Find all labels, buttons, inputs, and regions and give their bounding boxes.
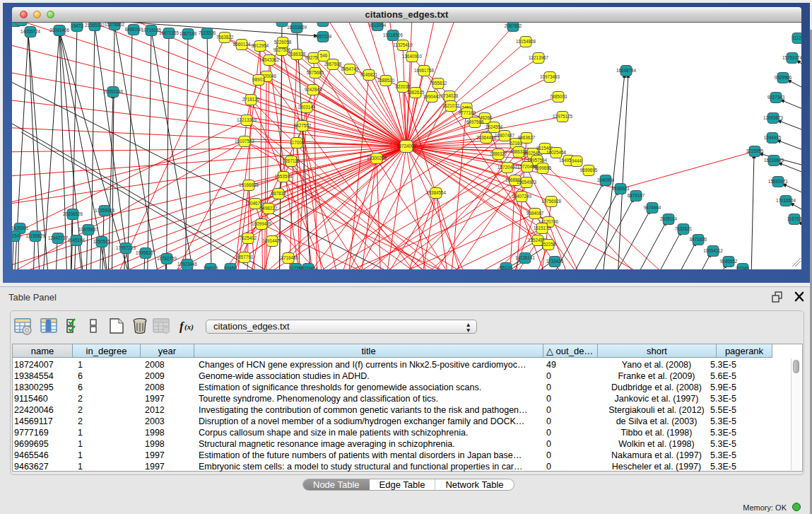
- svg-text:8938923: 8938923: [612, 186, 630, 191]
- svg-text:15692971: 15692971: [768, 179, 789, 184]
- svg-text:9777169: 9777169: [459, 110, 476, 115]
- svg-text:3215955: 3215955: [746, 148, 764, 153]
- svg-text:15720407: 15720407: [498, 165, 518, 170]
- svg-text:19218506: 19218506: [383, 33, 404, 37]
- svg-text:21065322: 21065322: [85, 23, 105, 28]
- svg-text:19958107: 19958107: [136, 250, 156, 255]
- svg-text:2935114: 2935114: [660, 216, 678, 221]
- svg-text:12923446: 12923446: [177, 262, 198, 267]
- svg-text:8454749: 8454749: [341, 66, 359, 71]
- svg-text:14914479: 14914479: [262, 238, 283, 243]
- svg-text:8471626: 8471626: [690, 237, 707, 242]
- svg-text:7386322: 7386322: [490, 151, 507, 156]
- svg-text:10154808: 10154808: [516, 39, 536, 44]
- svg-text:8427552: 8427552: [294, 123, 312, 128]
- svg-text:17359924: 17359924: [95, 208, 115, 213]
- svg-text:11126: 11126: [792, 35, 801, 40]
- svg-text:13640910: 13640910: [402, 54, 423, 59]
- svg-text:19756928: 19756928: [541, 199, 562, 204]
- svg-text:7632621: 7632621: [675, 226, 693, 231]
- svg-text:20091406: 20091406: [49, 28, 70, 33]
- svg-text:7857224: 7857224: [314, 34, 332, 39]
- svg-text:8466160: 8466160: [125, 27, 143, 32]
- svg-text:20053346: 20053346: [103, 89, 124, 94]
- svg-text:2087682: 2087682: [505, 23, 522, 28]
- svg-text:16543362: 16543362: [259, 57, 280, 62]
- svg-text:116304: 116304: [275, 23, 290, 23]
- svg-text:1362615: 1362615: [407, 90, 425, 95]
- svg-text:12093873: 12093873: [763, 115, 784, 120]
- svg-text:(x): (x): [184, 322, 194, 332]
- svg-text:9734028: 9734028: [441, 93, 459, 98]
- svg-text:17016504: 17016504: [776, 198, 796, 203]
- svg-text:16210643: 16210643: [764, 158, 784, 163]
- svg-text:62160: 62160: [510, 141, 522, 146]
- svg-text:9245652: 9245652: [720, 259, 738, 264]
- svg-text:9699695: 9699695: [580, 168, 598, 173]
- svg-text:116753: 116753: [787, 216, 801, 221]
- svg-text:14055724: 14055724: [20, 29, 41, 34]
- svg-text:2967608: 2967608: [324, 62, 342, 66]
- svg-text:20364436: 20364436: [476, 135, 497, 140]
- svg-text:19473: 19473: [71, 23, 83, 28]
- svg-text:252254: 252254: [541, 242, 556, 247]
- svg-text:12942737: 12942737: [48, 235, 69, 240]
- svg-text:2803144: 2803144: [298, 105, 316, 110]
- svg-text:1435001: 1435001: [12, 226, 29, 230]
- svg-text:112543: 112543: [316, 23, 331, 23]
- svg-text:1244415: 1244415: [764, 135, 782, 140]
- svg-text:6879197: 6879197: [628, 193, 645, 198]
- svg-text:16671355: 16671355: [159, 30, 180, 35]
- svg-text:9444: 9444: [572, 158, 582, 163]
- svg-text:17957223: 17957223: [116, 245, 136, 250]
- svg-text:95124: 95124: [500, 265, 512, 269]
- svg-text:1621072: 1621072: [442, 103, 460, 108]
- svg-text:7625402: 7625402: [240, 235, 257, 240]
- svg-text:98901: 98901: [252, 77, 265, 82]
- svg-text:8186328: 8186328: [288, 52, 306, 57]
- svg-text:16033809: 16033809: [287, 25, 307, 30]
- svg-text:8813054: 8813054: [369, 23, 387, 28]
- svg-text:391549: 391549: [12, 233, 22, 238]
- svg-text:1588520: 1588520: [377, 78, 395, 83]
- svg-text:1145194: 1145194: [68, 238, 86, 243]
- svg-text:1250515: 1250515: [93, 239, 111, 244]
- svg-text:15751074: 15751074: [782, 55, 801, 60]
- svg-text:10973493: 10973493: [540, 74, 560, 79]
- svg-text:822035: 822035: [395, 84, 411, 89]
- svg-text:7955812: 7955812: [430, 81, 447, 86]
- svg-text:7515526: 7515526: [199, 30, 216, 35]
- svg-text:18724007: 18724007: [396, 144, 417, 148]
- svg-text:16099489: 16099489: [252, 221, 272, 226]
- svg-text:20206526: 20206526: [63, 211, 83, 216]
- svg-text:19166825: 19166825: [239, 182, 259, 187]
- svg-text:11156829: 11156829: [25, 233, 45, 238]
- svg-text:9857791: 9857791: [236, 255, 254, 259]
- svg-text:19654923: 19654923: [517, 180, 537, 185]
- svg-text:1067198: 1067198: [180, 31, 197, 36]
- svg-text:104523: 104523: [203, 266, 218, 269]
- svg-text:117004: 117004: [290, 140, 305, 145]
- svg-text:10807487: 10807487: [495, 133, 515, 138]
- svg-text:11325419: 11325419: [393, 42, 413, 47]
- svg-text:1615172: 1615172: [534, 226, 551, 230]
- svg-text:10046708: 10046708: [245, 201, 266, 206]
- svg-text:9242848: 9242848: [305, 87, 322, 92]
- svg-text:7485003: 7485003: [550, 94, 567, 99]
- svg-text:9474444: 9474444: [644, 205, 661, 210]
- svg-text:887833: 887833: [271, 191, 286, 196]
- svg-text:92450: 92450: [224, 266, 237, 269]
- svg-text:1990443: 1990443: [423, 94, 441, 99]
- svg-text:5875685: 5875685: [307, 70, 324, 75]
- svg-text:12213967: 12213967: [529, 55, 549, 60]
- svg-text:3912954: 3912954: [252, 43, 269, 48]
- svg-text:12213369: 12213369: [237, 117, 257, 122]
- svg-text:18407249: 18407249: [512, 194, 532, 199]
- svg-text:7663822: 7663822: [216, 35, 234, 40]
- svg-text:1640954: 1640954: [597, 177, 615, 182]
- svg-text:1733426: 1733426: [546, 259, 564, 264]
- svg-text:14136141: 14136141: [515, 255, 536, 260]
- svg-text:9684067: 9684067: [526, 211, 544, 216]
- svg-text:19384554: 19384554: [426, 190, 447, 195]
- svg-text:546: 546: [320, 53, 328, 58]
